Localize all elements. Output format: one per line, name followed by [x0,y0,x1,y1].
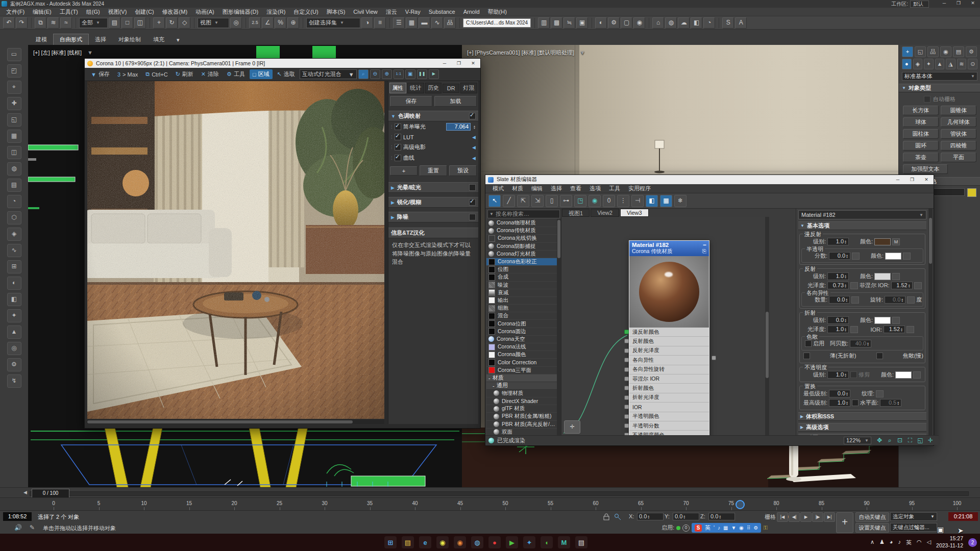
node-slot-折射光泽度[interactable]: 折射光泽度 [629,393,709,403]
input-socket[interactable] [624,405,629,409]
tonemap-rollout[interactable]: ▼色调映射 [388,111,478,121]
view-tab-View3[interactable]: View3 [620,209,649,217]
param-value-field[interactable]: 1.52▲▼ [891,282,913,289]
menu-item-1[interactable]: 编辑(E) [29,8,56,16]
tray-ime[interactable]: 英 [906,539,912,546]
move-children-icon[interactable]: ⊶ [560,195,572,207]
node-slot-半透明颜色[interactable]: 半透明颜色 [629,412,709,421]
absolute-offset-icon[interactable] [614,513,622,520]
material-list-item[interactable]: Corona法线 [486,343,561,351]
media-player-icon[interactable]: ▶ [506,536,518,548]
menu-item-3[interactable]: 组(G) [82,8,104,16]
ribbon-tab-2[interactable]: 选择 [89,34,112,45]
grid-icon[interactable]: ⠿ [747,525,750,531]
material-list-item[interactable]: Corona传统材质 [486,227,561,235]
tone-row-高级电影[interactable]: ⋮高级电影◀ [388,142,478,153]
menu-item-17[interactable]: 帮助(H) [484,8,511,16]
primitive-button-茶壶[interactable]: 茶壶 [903,153,939,162]
y-field[interactable]: 0.0▲▼ [673,513,699,520]
menu-item-8[interactable]: 图形编辑器(D) [218,8,262,16]
sme-menu-5[interactable]: 选项 [585,185,605,192]
menu-item-10[interactable]: 自定义(U) [289,8,322,16]
select-cursor-icon[interactable]: ↖ [488,195,501,207]
info-rollout[interactable]: 信息&TZ汉化 [388,228,478,238]
ribbon-more-icon[interactable]: ▾ [170,35,186,45]
notepad-icon[interactable]: ▤ [575,536,587,548]
material-list-item[interactable]: PBR 材质(高光反射/… [486,421,561,429]
material-list-item[interactable]: 双面 [486,429,561,435]
select-link-icon[interactable]: ⧉ [35,17,46,29]
put-to-scene-icon[interactable]: ⇲ [531,195,544,207]
left-strip-icon-18[interactable]: ◎ [7,342,21,355]
material-list-item[interactable]: Corona圆边 [486,328,561,336]
mirror2-icon[interactable]: ▥ [538,17,550,29]
collapse-minus[interactable]: - [488,375,491,381]
motion-tab[interactable]: ◉ [940,46,951,57]
tone-checkbox[interactable] [395,155,401,161]
parameter-scrollbar[interactable] [928,209,933,435]
expand-icon[interactable]: ▶ [391,200,395,205]
map-slot-button[interactable] [850,326,858,333]
drag-handle-icon[interactable]: ⋮ [389,124,393,129]
select-by-name-icon[interactable]: ▤ [109,17,120,29]
ime-comma[interactable]: ' [714,525,715,531]
toolbox-icon[interactable]: ▣ [576,17,588,29]
rendered-frame-icon[interactable]: ▢ [621,17,632,29]
material-list-item[interactable]: PBR 材质(金属/粗糙) [486,413,561,420]
time-slider-handle[interactable]: 0 / 100 [32,489,69,498]
cameras-category[interactable]: ▲ [935,59,945,69]
left-strip-icon-2[interactable]: ⌖ [7,81,21,94]
cloud-icon[interactable]: ☁ [678,17,690,29]
pencil-icon[interactable]: ✎ [914,524,920,532]
material-list-item[interactable]: 噪波 [486,282,561,289]
node-slot-各向异性旋转[interactable]: 各向异性旋转 [629,365,709,374]
ribbon-tab-0[interactable]: 建模 [30,34,53,45]
viewport-filter-icon[interactable]: ▼ [580,49,585,56]
workspace-dropdown[interactable]: 默认 [910,1,929,8]
spinner[interactable]: ▲▼ [846,401,848,405]
rollout-高级选项[interactable]: ▶高级选项 [798,423,926,432]
modify-tab[interactable]: ◱ [915,46,926,57]
node-slot-IOR[interactable]: IOR [629,403,709,412]
primitive-button-平面[interactable]: 平面 [941,153,976,162]
notification-badge[interactable]: 2 [968,538,977,547]
spinner[interactable]: ▲▼ [867,342,869,346]
tone-row-曲线[interactable]: ⋮曲线◀ [388,153,478,163]
autokey-button[interactable]: 自动关键点 [855,512,889,522]
tone-row-LUT[interactable]: ⋮LUT◀ [388,132,478,142]
named-selection-dropdown[interactable]: 创建选择集▼ [306,18,360,28]
map-slot-button[interactable] [892,317,900,324]
max-icon[interactable]: M [558,536,570,548]
left-strip-icon-17[interactable]: ▲ [7,325,21,339]
color-swatch[interactable] [874,273,891,280]
play-icon[interactable]: ▶ [429,69,439,79]
rotate-icon[interactable]: ↻ [166,17,178,29]
tray-status-icon[interactable]: ◕ [890,539,893,546]
menu-item-7[interactable]: 动画(A) [191,8,218,16]
zoom-region-icon[interactable]: ⊡ [895,437,905,444]
spinner[interactable]: ▲▼ [900,328,903,332]
autogrid-checkbox[interactable]: 自动栅格 [899,95,980,103]
expand-icon[interactable]: ▶ [800,414,803,419]
scene-explorer-icon[interactable]: ☰ [393,17,405,29]
minimize-button[interactable]: ─ [937,0,951,7]
home-icon[interactable]: ⌂ [652,17,664,29]
edge-icon[interactable]: e [419,536,431,548]
selected-object-dropdown[interactable]: 选定对象▼ [890,512,937,521]
parameter-header-dropdown[interactable]: Material #182▼ [798,210,926,219]
sme-menu-6[interactable]: 工具 [605,185,624,192]
fit-icon[interactable]: ▣ [405,69,415,79]
sogou-logo-icon[interactable]: S [695,524,702,532]
left-strip-icon-19[interactable]: ⚙ [7,358,21,371]
material-list-item[interactable]: 合成 [486,273,561,281]
pick-button[interactable]: ↖选取 [274,69,298,79]
timeline-ruler[interactable]: 0510152025303540455055606570758085909510… [0,497,980,511]
vfb-maximize-button[interactable]: ❐ [452,59,466,68]
show-grid-icon[interactable]: ◧ [646,195,658,207]
percent-snap-icon[interactable]: % [275,17,286,29]
ribbon-tab-1[interactable]: 自由形式 [53,34,89,45]
lights-category[interactable]: ✦ [924,59,934,69]
map-button[interactable]: M [892,238,900,245]
map-slot-button[interactable] [903,253,911,260]
sme-menu-2[interactable]: 编辑 [527,185,547,192]
